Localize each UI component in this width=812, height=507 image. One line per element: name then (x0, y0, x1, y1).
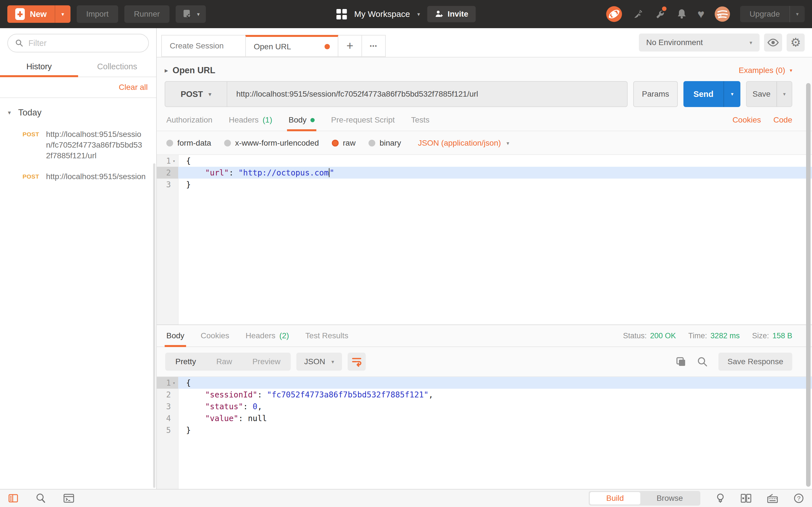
radio-selected-icon (332, 140, 339, 147)
format-select[interactable]: JSON ▾ (296, 353, 342, 371)
workspace-caret-icon[interactable]: ▾ (417, 11, 420, 17)
tab-response-body[interactable]: Body (166, 331, 185, 340)
tab-label: Authorization (166, 115, 212, 124)
request-body-editor[interactable]: 1▾{2 "url": "http://octopus.com"3} (157, 154, 812, 325)
satellite-icon[interactable] (632, 8, 644, 20)
response-body-editor[interactable]: 1▾{2 "sessionId": "fc7052f4773a86f7b5bd5… (157, 376, 812, 489)
url-bar: POST ▾ http://localhost:9515/session/fc7… (157, 81, 812, 107)
filter-input[interactable] (29, 39, 141, 48)
tab-collections[interactable]: Collections (78, 56, 156, 76)
shortcuts-button[interactable] (767, 493, 778, 504)
runner-button[interactable]: Runner (124, 5, 169, 23)
add-tab-button[interactable]: + (338, 35, 362, 57)
notifications-tool-icon[interactable] (654, 8, 666, 20)
heart-icon[interactable]: ♥ (698, 8, 705, 20)
fold-caret-icon[interactable]: ▾ (171, 158, 177, 164)
tab-response-headers[interactable]: Headers (2) (246, 331, 289, 340)
tab-test-results[interactable]: Test Results (305, 331, 349, 340)
search-response-button[interactable] (697, 356, 708, 367)
request-collapse-caret[interactable]: ▸ (165, 66, 168, 74)
save-response-button[interactable]: Save Response (718, 353, 792, 371)
response-toolbar: Pretty Raw Preview JSON ▾ (157, 347, 812, 376)
toggle-sidebar-button[interactable] (8, 493, 18, 504)
size-label: Size: (752, 332, 769, 340)
radio-icon (166, 140, 173, 147)
filter-box[interactable] (7, 34, 149, 52)
clear-all-link[interactable]: Clear all (119, 83, 148, 92)
examples-label: Examples (0) (739, 66, 785, 75)
toggle-build[interactable]: Build (590, 492, 640, 504)
save-options-caret[interactable]: ▾ (776, 82, 792, 107)
tab-options-button[interactable]: ••• (361, 35, 386, 57)
method-select[interactable]: POST ▾ (165, 82, 227, 107)
tab-response-cookies[interactable]: Cookies (201, 331, 229, 340)
tab-label: Headers (246, 331, 275, 340)
code-link[interactable]: Code (773, 115, 792, 124)
time-meta: Time: 3282 ms (688, 332, 740, 340)
upgrade-button[interactable]: Upgrade ▾ (740, 6, 805, 22)
params-button[interactable]: Params (633, 81, 678, 107)
copy-button[interactable] (675, 356, 686, 367)
wrap-lines-button[interactable] (348, 353, 366, 371)
tab-pre-request-script[interactable]: Pre-request Script (331, 115, 395, 124)
view-pretty[interactable]: Pretty (165, 357, 206, 366)
cookies-link[interactable]: Cookies (732, 115, 761, 124)
tab-tests[interactable]: Tests (411, 115, 429, 124)
sync-status-icon[interactable] (606, 6, 622, 22)
tab-history[interactable]: History (0, 56, 78, 76)
history-group-header[interactable]: ▾ Today (0, 98, 156, 123)
fold-caret-icon[interactable]: ▾ (171, 380, 177, 386)
tab-label: Pre-request Script (331, 115, 395, 124)
tab-authorization[interactable]: Authorization (166, 115, 212, 124)
workspace-name[interactable]: My Workspace (354, 9, 410, 19)
upgrade-caret[interactable]: ▾ (790, 6, 805, 22)
two-pane-button[interactable] (741, 493, 752, 503)
avatar[interactable] (715, 6, 730, 22)
console-button[interactable] (63, 493, 74, 503)
new-window-button[interactable]: ▾ (175, 5, 206, 23)
examples-dropdown[interactable]: Examples (0) ▾ (739, 66, 792, 75)
environment-select[interactable]: No Environment ▾ (639, 34, 760, 52)
method-value: POST (181, 90, 203, 99)
import-button[interactable]: Import (77, 5, 118, 23)
find-button[interactable] (36, 493, 46, 504)
url-input[interactable]: http://localhost:9515/session/fc7052f477… (227, 82, 627, 107)
mode-binary[interactable]: binary (368, 138, 401, 148)
tab-open-url[interactable]: Open URL (245, 35, 338, 57)
tab-headers[interactable]: Headers (1) (229, 115, 272, 124)
request-tab-strip: Create Session Open URL + ••• No Environ… (157, 28, 812, 57)
send-button[interactable]: Send ▾ (683, 81, 741, 107)
wrap-lines-icon (351, 356, 362, 367)
code-content: { (178, 377, 812, 389)
help-button[interactable]: ? (794, 493, 804, 504)
settings-button[interactable]: ⚙ (786, 34, 805, 52)
tab-body[interactable]: Body (289, 115, 315, 124)
mode-x-www-form-urlencoded[interactable]: x-www-form-urlencoded (224, 138, 319, 148)
view-raw[interactable]: Raw (206, 357, 242, 366)
toggle-browse[interactable]: Browse (640, 492, 699, 504)
mode-form-data[interactable]: form-data (166, 138, 211, 148)
environment-preview-button[interactable] (764, 34, 782, 52)
status-label: Status: (623, 332, 647, 340)
mode-raw[interactable]: raw (332, 138, 356, 148)
new-dropdown-caret[interactable]: ▾ (55, 5, 70, 23)
history-item[interactable]: POSThttp://localhost:9515/session (0, 167, 156, 186)
radio-icon (368, 140, 375, 147)
learning-button[interactable] (716, 493, 725, 504)
save-label: Save (747, 82, 776, 107)
send-options-caret[interactable]: ▾ (723, 81, 741, 107)
send-label: Send (683, 81, 723, 107)
code-line: 3} (157, 179, 812, 190)
history-item[interactable]: POSThttp://localhost:9515/session/fc7052… (0, 125, 156, 165)
new-button[interactable]: New ▾ (7, 5, 70, 23)
invite-button[interactable]: Invite (427, 6, 476, 22)
tab-create-session[interactable]: Create Session (161, 35, 246, 57)
bell-icon[interactable] (676, 8, 688, 20)
view-preview[interactable]: Preview (242, 357, 291, 366)
workspace-grid-icon[interactable] (336, 9, 347, 19)
main-scrollbar[interactable] (806, 83, 811, 487)
save-button[interactable]: Save ▾ (746, 81, 792, 107)
sidebar-scrollbar[interactable] (153, 163, 155, 488)
history-url: http://localhost:9515/session/fc7052f477… (46, 129, 146, 161)
content-type-select[interactable]: JSON (application/json) ▾ (418, 138, 509, 148)
